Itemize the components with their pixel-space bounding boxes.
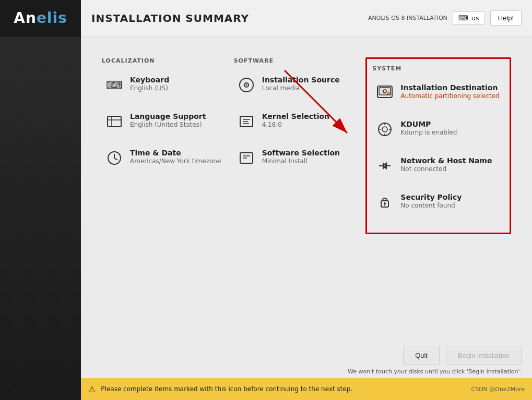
- csdn-label: CSDN @One2More: [471, 386, 525, 393]
- help-button[interactable]: Help!: [490, 10, 522, 26]
- installation-destination-item[interactable]: ! Installation Destination Automatic par…: [372, 80, 504, 105]
- keyboard-label: Keyboard: [130, 76, 169, 84]
- security-sublabel: No content found: [400, 202, 462, 209]
- language-text: Language Support English (United States): [130, 112, 206, 128]
- page-title: INSTALLATION SUMMARY: [91, 12, 249, 25]
- software-selection-label: Software Selection: [262, 149, 340, 157]
- kernel-label: Kernel Selection: [262, 112, 329, 120]
- svg-point-10: [245, 84, 247, 86]
- header-right: ANOLIS OS 8 INSTALLATION ⌨ us Help!: [368, 10, 522, 26]
- logo: Anelis: [14, 9, 67, 27]
- network-sublabel: Not connected: [400, 165, 492, 173]
- software-selection-item[interactable]: Software Selection Minimal Install: [234, 146, 366, 171]
- system-section: SYSTEM ! Installation Destination Autom: [365, 57, 511, 234]
- svg-point-32: [384, 202, 386, 204]
- logo-an: An: [14, 9, 37, 27]
- quit-button[interactable]: Quit: [403, 346, 440, 365]
- sidebar: Anelis: [0, 0, 81, 400]
- network-icon: [375, 156, 394, 175]
- svg-point-24: [382, 127, 387, 132]
- install-source-label: Installation Source: [262, 76, 340, 84]
- language-label: Language Support: [130, 112, 206, 120]
- keyboard-item[interactable]: Keyboard English (US): [102, 72, 234, 98]
- button-row: Quit Begin Installation: [403, 346, 522, 365]
- keyboard-icon: [105, 76, 124, 94]
- time-sublabel: Americas/New York timezone: [130, 157, 221, 165]
- language-item[interactable]: Language Support English (United States): [102, 109, 234, 134]
- keyboard-text: Keyboard English (US): [130, 76, 169, 92]
- kernel-sublabel: 4.18.0: [262, 121, 329, 128]
- keyboard-widget[interactable]: ⌨ us: [453, 11, 485, 25]
- warning-icon: ⚠: [88, 384, 96, 394]
- os-label: ANOLIS OS 8 INSTALLATION: [368, 15, 447, 21]
- svg-rect-2: [108, 116, 121, 127]
- network-item[interactable]: Network & Host Name Not connected: [372, 153, 504, 178]
- security-icon: [375, 193, 394, 212]
- kdump-sublabel: Kdump is enabled: [400, 129, 457, 136]
- svg-line-7: [114, 158, 117, 160]
- kernel-text: Kernel Selection 4.18.0: [262, 112, 329, 128]
- software-section: SOFTWARE Installation Source Local media: [234, 57, 366, 234]
- installation-destination-icon: !: [375, 83, 394, 102]
- logo-elis: elis: [37, 9, 67, 27]
- installation-destination-sublabel: Automatic partitioning selected: [400, 92, 499, 100]
- keyboard-icon: ⌨: [458, 14, 468, 22]
- install-source-text: Installation Source Local media: [262, 76, 340, 92]
- security-label: Security Policy: [400, 193, 462, 201]
- keyboard-lang: us: [471, 14, 479, 22]
- main-content: LOCALIZATION Keyboard English (US): [81, 37, 532, 400]
- kdump-text: KDUMP Kdump is enabled: [400, 120, 457, 136]
- installation-destination-label: Installation Destination: [400, 83, 499, 92]
- kernel-item[interactable]: Kernel Selection 4.18.0: [234, 109, 366, 134]
- time-icon: [105, 149, 124, 167]
- warning-text: Please complete items marked with this i…: [101, 385, 466, 393]
- language-icon: [105, 112, 124, 131]
- localization-section: LOCALIZATION Keyboard English (US): [102, 57, 234, 234]
- sections-container: LOCALIZATION Keyboard English (US): [102, 57, 511, 234]
- network-label: Network & Host Name: [400, 156, 492, 165]
- install-source-item[interactable]: Installation Source Local media: [234, 72, 366, 98]
- software-selection-text: Software Selection Minimal Install: [262, 149, 340, 165]
- time-item[interactable]: Time & Date Americas/New York timezone: [102, 146, 234, 171]
- localization-title: LOCALIZATION: [102, 57, 234, 64]
- time-text: Time & Date Americas/New York timezone: [130, 149, 221, 165]
- begin-installation-button[interactable]: Begin Installation: [446, 346, 522, 365]
- software-selection-icon: [237, 149, 256, 167]
- network-text: Network & Host Name Not connected: [400, 156, 492, 173]
- disk-notice: We won't touch your disks until you clic…: [348, 368, 522, 375]
- kdump-item[interactable]: KDUMP Kdump is enabled: [372, 117, 504, 142]
- kdump-label: KDUMP: [400, 120, 457, 128]
- kernel-icon: [237, 112, 256, 131]
- security-item[interactable]: Security Policy No content found: [372, 190, 504, 215]
- sidebar-bg: [0, 37, 81, 400]
- warning-bar: ⚠ Please complete items marked with this…: [81, 378, 532, 400]
- keyboard-sublabel: English (US): [130, 84, 169, 92]
- software-selection-sublabel: Minimal Install: [262, 157, 340, 165]
- bottom-bar: Quit Begin Installation We won't touch y…: [348, 346, 522, 375]
- installation-destination-text: Installation Destination Automatic parti…: [400, 83, 499, 100]
- svg-text:!: !: [388, 92, 389, 95]
- install-source-icon: [237, 76, 256, 94]
- software-title: SOFTWARE: [234, 57, 366, 64]
- kdump-icon: [375, 120, 394, 139]
- time-label: Time & Date: [130, 149, 221, 157]
- language-sublabel: English (United States): [130, 121, 206, 128]
- system-title: SYSTEM: [372, 65, 504, 72]
- header: INSTALLATION SUMMARY ANOLIS OS 8 INSTALL…: [81, 0, 532, 37]
- security-text: Security Policy No content found: [400, 193, 462, 209]
- install-source-sublabel: Local media: [262, 84, 340, 92]
